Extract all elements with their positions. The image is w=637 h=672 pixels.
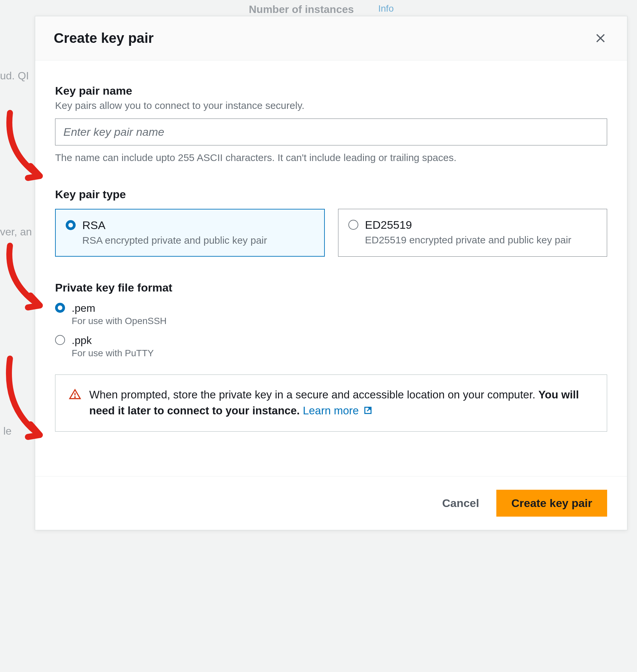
keypair-name-label: Key pair name	[55, 84, 607, 97]
bg-instances-label: Number of instances	[249, 3, 354, 16]
option-title: ED25519	[365, 218, 597, 231]
learn-more-link[interactable]: Learn more	[303, 404, 372, 417]
bg-left-text-1: ud. QI	[0, 70, 29, 82]
modal-title: Create key pair	[54, 30, 153, 46]
warning-icon	[69, 388, 81, 401]
option-title: .ppk	[72, 334, 153, 347]
file-format-label: Private key file format	[55, 281, 607, 294]
modal-footer: Cancel Create key pair	[35, 476, 627, 530]
keypair-type-ed25519[interactable]: ED25519 ED25519 encrypted private and pu…	[338, 209, 607, 257]
close-button[interactable]	[593, 30, 608, 46]
option-title: RSA	[82, 219, 314, 232]
close-icon	[595, 33, 606, 44]
alert-text: When prompted, store the private key in …	[89, 387, 594, 419]
keypair-type-label: Key pair type	[55, 188, 607, 201]
cancel-button[interactable]: Cancel	[440, 491, 482, 515]
keypair-name-input[interactable]	[55, 119, 607, 145]
bg-left-text-3: le	[3, 425, 12, 437]
bg-info-link: Info	[378, 3, 394, 14]
radio-icon	[348, 220, 358, 230]
security-alert: When prompted, store the private key in …	[55, 374, 607, 431]
option-desc: For use with OpenSSH	[72, 316, 166, 326]
modal-body: Key pair name Key pairs allow you to con…	[35, 60, 627, 476]
keypair-name-desc: Key pairs allow you to connect to your i…	[55, 100, 607, 111]
modal-header: Create key pair	[35, 16, 627, 60]
create-keypair-button[interactable]: Create key pair	[496, 490, 607, 517]
file-format-pem[interactable]: .pem For use with OpenSSH	[55, 302, 607, 326]
option-desc: ED25519 encrypted private and public key…	[365, 233, 597, 246]
radio-icon	[66, 220, 76, 230]
keypair-type-section: Key pair type RSA RSA encrypted private …	[55, 188, 607, 257]
external-link-icon	[363, 403, 372, 419]
option-desc: RSA encrypted private and public key pai…	[82, 234, 314, 247]
keypair-name-help: The name can include upto 255 ASCII char…	[55, 152, 607, 163]
create-keypair-modal: Create key pair Key pair name Key pairs …	[35, 16, 627, 530]
svg-point-3	[75, 397, 75, 397]
option-title: .pem	[72, 302, 166, 314]
radio-icon	[55, 303, 65, 313]
file-format-section: Private key file format .pem For use wit…	[55, 281, 607, 431]
keypair-name-section: Key pair name Key pairs allow you to con…	[55, 84, 607, 163]
alert-before: When prompted, store the private key in …	[89, 388, 539, 401]
file-format-ppk[interactable]: .ppk For use with PuTTY	[55, 334, 607, 358]
bg-left-text-2: ver, an	[0, 226, 32, 238]
keypair-type-rsa[interactable]: RSA RSA encrypted private and public key…	[55, 209, 325, 257]
radio-icon	[55, 335, 65, 345]
option-desc: For use with PuTTY	[72, 348, 153, 358]
